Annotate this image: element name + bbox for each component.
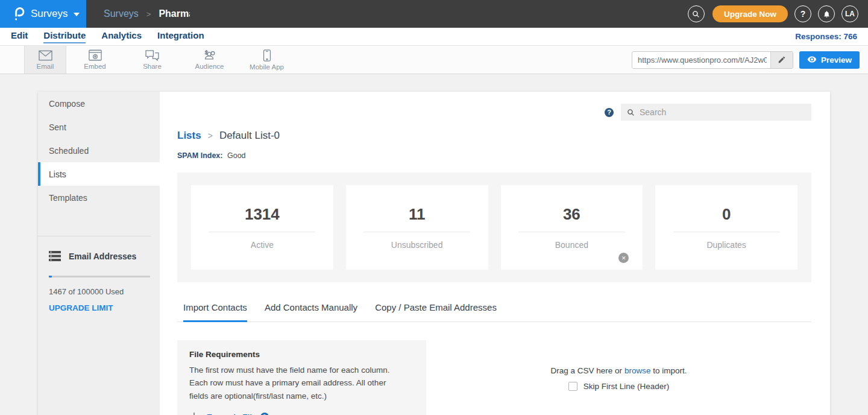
channel-email-label: Email <box>37 63 54 70</box>
channel-share-label: Share <box>143 63 162 70</box>
lists-main-panel: ? Lists > Default List-0 SPAM Index: Goo… <box>160 92 830 415</box>
contact-search-input[interactable] <box>640 107 805 117</box>
bell-icon <box>823 10 831 18</box>
email-sidebar: Compose Sent Scheduled Lists Templates <box>38 92 160 415</box>
survey-url-input[interactable] <box>632 52 770 68</box>
unsubscribed-label: Unsubscribed <box>391 240 443 250</box>
preview-button[interactable]: Preview <box>799 51 860 69</box>
breadcrumb-surveys-link[interactable]: Surveys <box>104 8 139 19</box>
dropzone-instruction: Drag a CSV here or browse to import. <box>551 366 687 375</box>
channel-email[interactable]: Email <box>24 46 66 74</box>
channel-mobile-app-label: Mobile App <box>250 63 284 71</box>
spam-index-label: SPAM Index: <box>177 151 222 160</box>
breadcrumb: Surveys > Pharma <box>104 0 190 28</box>
share-icon <box>145 49 159 61</box>
survey-link-area: Preview <box>632 46 868 74</box>
lists-link[interactable]: Lists <box>177 130 201 142</box>
questionpro-logo-icon <box>13 6 25 22</box>
tab-copy-paste-email-addresses[interactable]: Copy / Paste Email Addresses <box>375 302 497 322</box>
sidebar-item-sent[interactable]: Sent <box>38 115 160 139</box>
download-icon <box>189 413 199 415</box>
search-row: ? <box>177 104 811 121</box>
help-button[interactable]: ? <box>794 5 811 22</box>
stat-card-bounced: 36 Bounced ✕ <box>501 185 643 270</box>
header-search-button[interactable] <box>688 5 705 22</box>
upgrade-now-button[interactable]: Upgrade Now <box>712 5 788 22</box>
channel-audience[interactable]: $ Audience <box>181 46 238 74</box>
channel-mobile-app[interactable]: Mobile App <box>238 46 295 74</box>
sidebar-item-compose[interactable]: Compose <box>38 92 160 115</box>
sidebar-item-scheduled[interactable]: Scheduled <box>38 139 160 162</box>
duplicates-label: Duplicates <box>706 240 746 250</box>
tab-analytics[interactable]: Analytics <box>101 30 142 43</box>
mobile-app-icon <box>263 49 271 62</box>
bounced-label: Bounced <box>555 240 588 250</box>
channel-share[interactable]: Share <box>124 46 181 74</box>
divider <box>363 232 470 232</box>
top-header: Surveys Surveys > Pharma Upgrade Now ? L… <box>0 0 868 28</box>
csv-dropzone[interactable]: Drag a CSV here or browse to import. Ski… <box>426 340 811 415</box>
channel-audience-label: Audience <box>195 63 224 70</box>
dropzone-text-before: Drag a CSV here or <box>551 366 624 375</box>
example-file-help-icon[interactable]: ? <box>260 413 269 415</box>
pencil-icon <box>778 55 786 64</box>
survey-url-box <box>632 51 793 69</box>
active-label: Active <box>251 240 274 250</box>
question-mark-icon: ? <box>800 9 806 19</box>
close-icon[interactable]: ✕ <box>618 253 629 263</box>
list-breadcrumb: Lists > Default List-0 <box>177 130 811 142</box>
tab-integration[interactable]: Integration <box>157 30 204 43</box>
header-actions: Upgrade Now ? LA <box>681 0 868 28</box>
edit-url-button[interactable] <box>770 52 793 68</box>
spam-index-row: SPAM Index: Good <box>177 151 811 160</box>
search-icon <box>627 109 635 116</box>
stat-card-unsubscribed: 11 Unsubscribed <box>346 185 488 270</box>
distribute-toolbar: Email Embed Share $ Audience Mobile App <box>0 46 868 74</box>
preview-label: Preview <box>821 55 852 65</box>
stat-card-active: 1314 Active <box>191 185 333 270</box>
list-stats-panel: 1314 Active 11 Unsubscribed 36 Bounced ✕… <box>177 173 811 282</box>
file-requirements-text: The first row must have the field name f… <box>189 364 406 402</box>
skip-first-line-label: Skip First Line (Header) <box>583 382 670 391</box>
product-switcher[interactable]: Surveys <box>0 0 86 28</box>
channel-embed[interactable]: Embed <box>66 46 124 74</box>
avatar-initials: LA <box>845 10 855 18</box>
unsubscribed-count: 11 <box>409 205 426 224</box>
browse-link[interactable]: browse <box>624 366 651 375</box>
audience-icon: $ <box>203 49 217 61</box>
file-requirements-title: File Requirements <box>189 350 414 359</box>
example-file-link[interactable]: Example File <box>207 413 257 415</box>
breadcrumb-separator: > <box>208 131 213 141</box>
file-requirements-box: File Requirements The first row must hav… <box>177 340 426 415</box>
tab-distribute[interactable]: Distribute <box>43 30 86 43</box>
tab-add-contacts-manually[interactable]: Add Contacts Manually <box>265 302 357 322</box>
email-addresses-block: Email Addresses 1467 of 100000 Used UPGR… <box>38 236 160 313</box>
tab-import-contacts[interactable]: Import Contacts <box>183 302 247 322</box>
responses-count[interactable]: Responses: 766 <box>795 32 857 41</box>
divider <box>518 232 625 232</box>
list-icon <box>49 251 61 261</box>
chevron-down-icon <box>74 13 80 16</box>
upgrade-limit-link[interactable]: UPGRADE LIMIT <box>49 303 113 312</box>
usage-text: 1467 of 100000 Used <box>49 287 149 296</box>
channel-embed-label: Embed <box>84 63 105 70</box>
contact-import-tabs: Import Contacts Add Contacts Manually Co… <box>177 302 811 322</box>
usage-progress-bar <box>49 276 150 277</box>
divider <box>673 232 780 232</box>
sidebar-item-templates[interactable]: Templates <box>38 186 160 209</box>
survey-nav-tabs: Edit Distribute Analytics Integration Re… <box>0 28 868 46</box>
example-file-row: Example File ? <box>189 413 414 415</box>
email-addresses-title: Email Addresses <box>69 252 136 261</box>
skip-first-line-checkbox[interactable] <box>568 382 577 391</box>
tab-edit[interactable]: Edit <box>11 30 28 43</box>
user-avatar[interactable]: LA <box>841 5 858 22</box>
sidebar-item-lists[interactable]: Lists <box>38 162 160 186</box>
list-help-button[interactable]: ? <box>605 108 614 117</box>
skip-first-line-row: Skip First Line (Header) <box>568 382 670 391</box>
usage-progress-fill <box>49 276 52 277</box>
product-name: Surveys <box>31 8 68 20</box>
breadcrumb-survey-name: Pharma <box>159 8 190 19</box>
search-icon <box>692 10 700 18</box>
content-card: Compose Sent Scheduled Lists Templates <box>38 92 830 415</box>
notifications-button[interactable] <box>818 5 835 22</box>
